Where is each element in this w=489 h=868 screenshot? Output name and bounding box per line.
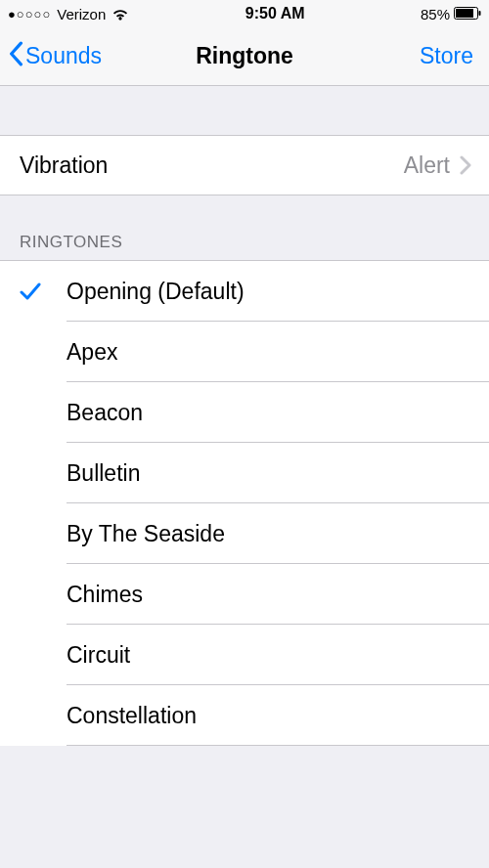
chevron-left-icon: [8, 41, 25, 72]
status-right: 85%: [421, 6, 481, 22]
back-button[interactable]: Sounds: [8, 41, 102, 72]
status-time: 9:50 AM: [245, 5, 305, 22]
vibration-row[interactable]: Vibration Alert: [0, 135, 489, 195]
ringtone-label: Beacon: [67, 400, 489, 426]
carrier-label: Verizon: [57, 6, 106, 22]
ringtone-item[interactable]: Opening (Default): [0, 261, 489, 322]
ringtone-label: Chimes: [67, 582, 489, 608]
ringtone-label: Circuit: [67, 642, 489, 669]
svg-rect-1: [456, 9, 473, 18]
nav-bar: Sounds Ringtone Store: [0, 27, 489, 86]
ringtone-label: Apex: [67, 339, 489, 366]
store-button[interactable]: Store: [420, 43, 473, 69]
battery-percentage: 85%: [421, 6, 450, 22]
ringtone-label: Opening (Default): [67, 279, 489, 305]
status-left: ●○○○○ Verizon: [8, 6, 129, 22]
separator: [67, 745, 489, 746]
ringtone-item[interactable]: Beacon: [0, 382, 489, 443]
ringtone-item[interactable]: Chimes: [0, 564, 489, 625]
vibration-label: Vibration: [20, 152, 404, 179]
vibration-value: Alert: [404, 152, 450, 179]
back-label: Sounds: [25, 43, 102, 69]
signal-strength-icon: ●○○○○: [8, 7, 51, 22]
ringtone-item[interactable]: By The Seaside: [0, 503, 489, 564]
checkmark-icon: [20, 282, 67, 301]
wifi-icon: [111, 8, 129, 21]
ringtone-item[interactable]: Bulletin: [0, 443, 489, 503]
status-bar: ●○○○○ Verizon 9:50 AM 85%: [0, 0, 489, 27]
page-title: Ringtone: [196, 43, 293, 69]
ringtone-item[interactable]: Constellation: [0, 685, 489, 746]
section-spacer: [0, 86, 489, 135]
ringtone-label: By The Seaside: [67, 521, 489, 547]
chevron-right-icon: [460, 155, 471, 175]
ringtone-label: Bulletin: [67, 460, 489, 487]
ringtone-item[interactable]: Circuit: [0, 625, 489, 685]
svg-rect-2: [478, 11, 480, 16]
ringtone-list: Opening (Default)ApexBeaconBulletinBy Th…: [0, 260, 489, 746]
ringtones-section-header: RINGTONES: [0, 195, 489, 260]
ringtone-item[interactable]: Apex: [0, 322, 489, 382]
ringtone-label: Constellation: [67, 703, 489, 729]
battery-icon: [454, 6, 481, 22]
